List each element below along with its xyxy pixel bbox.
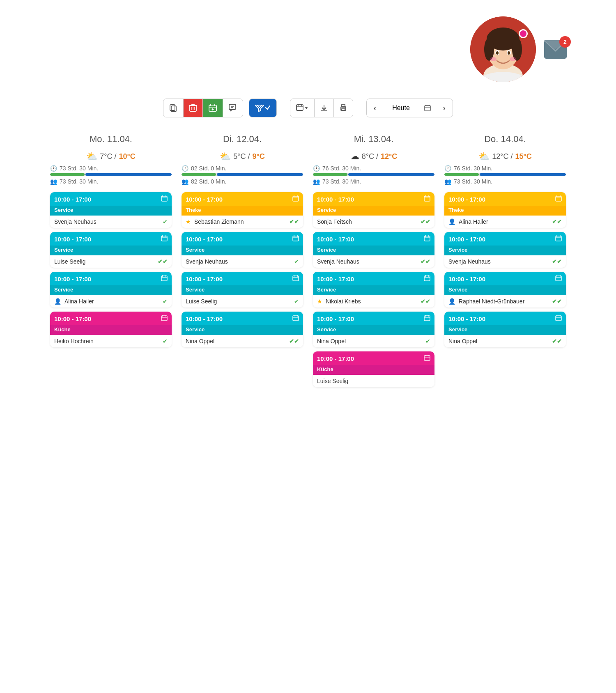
- shift-person-row: 👤Alina Hailer✔: [50, 295, 172, 307]
- shift-label: Service: [313, 246, 434, 255]
- shift-label: Service: [444, 325, 566, 335]
- svg-point-11: [490, 57, 496, 61]
- shift-calendar-icon: [555, 235, 562, 243]
- person-icon: 👤: [54, 298, 61, 305]
- shift-card-0-2[interactable]: 10:00 - 17:00Service👤Alina Hailer✔: [50, 272, 172, 307]
- shift-card-2-3[interactable]: 10:00 - 17:00ServiceNina Oppel✔: [313, 312, 434, 347]
- toolbar: ‹ Heute ›: [0, 90, 616, 134]
- hours-clock-value: 76 Std. 30 Min.: [454, 165, 492, 172]
- shift-calendar-icon: [555, 195, 562, 203]
- weather-icon: ⛅: [220, 151, 231, 162]
- view-toggle-button[interactable]: [290, 99, 315, 117]
- shift-label: Service: [313, 285, 434, 295]
- shift-header-2-2: 10:00 - 17:00: [313, 272, 434, 285]
- avatar[interactable]: [470, 16, 536, 82]
- shift-card-2-4[interactable]: 10:00 - 17:00KücheLuise Seelig: [313, 351, 434, 387]
- day-col-3: Do. 14.04.⛅12°C /15°C🕐76 Std. 30 Min.👥73…: [439, 134, 571, 391]
- today-button[interactable]: Heute: [383, 100, 419, 116]
- shift-time: 10:00 - 17:00: [317, 315, 354, 322]
- shift-calendar-icon: [555, 275, 562, 283]
- shift-card-0-3[interactable]: 10:00 - 17:00KücheHeiko Hochrein✔: [50, 312, 172, 347]
- shift-header-0-1: 10:00 - 17:00: [50, 232, 172, 246]
- chat-button[interactable]: [223, 99, 243, 117]
- svg-rect-73: [293, 316, 299, 321]
- download-button[interactable]: [315, 99, 334, 117]
- shift-card-3-3[interactable]: 10:00 - 17:00ServiceNina Oppel✔✔: [444, 312, 566, 347]
- shift-time: 10:00 - 17:00: [317, 196, 354, 203]
- shift-calendar-icon: [424, 355, 430, 363]
- shift-card-1-3[interactable]: 10:00 - 17:00ServiceNina Oppel✔✔: [182, 312, 303, 347]
- weather-2: ☁8°C /12°C: [313, 151, 434, 162]
- shift-card-3-0[interactable]: 10:00 - 17:00Theke👤Alina Hailer✔✔: [444, 192, 566, 228]
- svg-rect-27: [229, 104, 236, 110]
- svg-rect-61: [293, 196, 299, 201]
- copy-button[interactable]: [163, 99, 184, 117]
- shift-calendar-icon: [424, 315, 430, 323]
- shift-person-row: Luise Seelig: [313, 375, 434, 387]
- day-header-2: Mi. 13.04.: [313, 134, 434, 145]
- svg-marker-34: [305, 107, 308, 109]
- hours-clock-value: 82 Std. 0 Min.: [191, 165, 226, 172]
- shift-card-0-1[interactable]: 10:00 - 17:00ServiceLuise Seelig✔✔: [50, 232, 172, 268]
- star-icon: ★: [186, 218, 191, 225]
- mail-notification[interactable]: 2: [544, 40, 567, 59]
- shift-card-3-1[interactable]: 10:00 - 17:00ServiceSvenja Neuhaus✔✔: [444, 232, 566, 268]
- group-icon: 👥: [313, 178, 320, 185]
- shift-header-2-4: 10:00 - 17:00: [313, 351, 434, 365]
- person-name: Alina Hailer: [459, 218, 550, 225]
- prev-button[interactable]: ‹: [367, 100, 383, 116]
- check-icon: ✔: [163, 218, 168, 225]
- shift-header-1-1: 10:00 - 17:00: [182, 232, 303, 246]
- shift-header-1-3: 10:00 - 17:00: [182, 312, 303, 325]
- svg-rect-39: [342, 109, 345, 111]
- person-name: Luise Seelig: [186, 298, 292, 305]
- shift-card-2-0[interactable]: 10:00 - 17:00ServiceSonja Feitsch✔✔: [313, 192, 434, 228]
- svg-point-9: [496, 51, 499, 55]
- shift-card-1-1[interactable]: 10:00 - 17:00ServiceSvenja Neuhaus✔: [182, 232, 303, 268]
- shift-calendar-icon: [424, 275, 430, 283]
- svg-point-10: [508, 51, 510, 55]
- shift-calendar-icon: [161, 275, 168, 283]
- calendar-picker-button[interactable]: [419, 100, 436, 116]
- temp-low: 8°C /: [362, 152, 378, 161]
- hours-clock-row-2: 🕐76 Std. 30 Min.: [313, 165, 434, 172]
- hours-group-value: 73 Std. 30 Min.: [60, 178, 98, 185]
- shift-header-3-1: 10:00 - 17:00: [444, 232, 566, 246]
- temp-high: 9°C: [253, 152, 265, 161]
- person-name: Alina Hailer: [64, 298, 161, 305]
- shift-card-3-2[interactable]: 10:00 - 17:00Service👤Raphael Niedt-Grünb…: [444, 272, 566, 307]
- shift-person-row: Luise Seelig✔✔: [50, 255, 172, 268]
- double-check-icon: ✔✔: [421, 218, 430, 225]
- person-name: Svenja Neuhaus: [54, 218, 161, 225]
- shift-card-1-2[interactable]: 10:00 - 17:00ServiceLuise Seelig✔: [182, 272, 303, 307]
- print-button[interactable]: [334, 99, 353, 117]
- shift-time: 10:00 - 17:00: [186, 196, 223, 203]
- person-name: Sonja Feitsch: [317, 218, 419, 225]
- shift-calendar-icon: [292, 195, 299, 203]
- person-name: Sebastian Ziemann: [194, 218, 287, 225]
- delete-button[interactable]: [184, 99, 203, 117]
- shift-time: 10:00 - 17:00: [186, 275, 223, 282]
- shift-card-2-1[interactable]: 10:00 - 17:00ServiceSvenja Neuhaus✔✔: [313, 232, 434, 268]
- shift-calendar-icon: [424, 235, 430, 243]
- person-icon: 👤: [448, 298, 455, 305]
- group-icon: 👥: [50, 178, 57, 185]
- shift-header-0-0: 10:00 - 17:00: [50, 192, 172, 206]
- shift-card-0-0[interactable]: 10:00 - 17:00ServiceSvenja Neuhaus✔: [50, 192, 172, 228]
- shift-card-1-0[interactable]: 10:00 - 17:00Theke★Sebastian Ziemann✔✔: [182, 192, 303, 228]
- hours-clock-row-1: 🕐82 Std. 0 Min.: [182, 165, 303, 172]
- shift-header-0-3: 10:00 - 17:00: [50, 312, 172, 325]
- shift-card-2-2[interactable]: 10:00 - 17:00Service★Nikolai Kriebs✔✔: [313, 272, 434, 307]
- next-button[interactable]: ›: [436, 100, 453, 116]
- filter-button[interactable]: [249, 99, 276, 117]
- shift-time: 10:00 - 17:00: [54, 236, 91, 243]
- person-name: Svenja Neuhaus: [448, 258, 550, 265]
- svg-rect-30: [297, 105, 303, 110]
- svg-rect-93: [424, 356, 430, 360]
- calendar-add-button[interactable]: [203, 99, 223, 117]
- shift-person-row: Luise Seelig✔: [182, 295, 303, 307]
- progress-bar-3: [444, 173, 566, 176]
- shift-person-row: ★Nikolai Kriebs✔✔: [313, 295, 434, 307]
- shift-time: 10:00 - 17:00: [186, 315, 223, 322]
- hours-group-value: 73 Std. 30 Min.: [322, 178, 361, 185]
